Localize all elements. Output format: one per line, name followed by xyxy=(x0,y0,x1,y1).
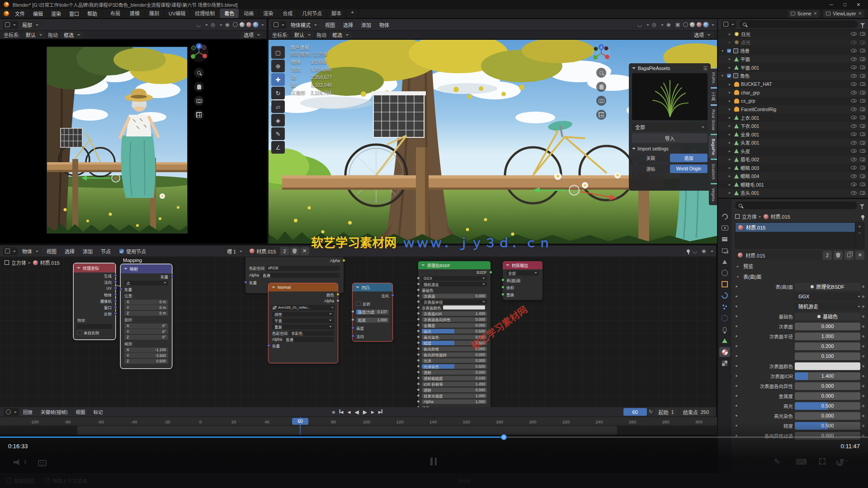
node-input-row[interactable]: 矢量 xyxy=(121,286,172,292)
sidebar-tab[interactable]: PUPA xyxy=(709,69,717,87)
render-visibility-icon[interactable] xyxy=(860,82,865,86)
breadcrumb-object[interactable]: 立方体 xyxy=(11,259,26,266)
node-output-row[interactable]: 矢量 xyxy=(121,273,172,280)
input-socket[interactable] xyxy=(417,335,420,338)
outliner-row[interactable]: ▸ FaceitControlRig xyxy=(718,105,868,114)
outliner-row[interactable]: ▸ 眉毛.002 xyxy=(718,155,868,164)
tool-button[interactable]: ▢ xyxy=(271,46,285,59)
bsdf-input-row[interactable]: 各向异性旋转 0.000 xyxy=(418,352,491,357)
close-button[interactable]: ✕ xyxy=(853,2,864,7)
outliner-row[interactable]: ▾ 角色 xyxy=(718,72,868,80)
hide-eye-icon[interactable] xyxy=(851,91,857,94)
jump-to-end-button[interactable]: ▶ xyxy=(378,409,382,414)
node-input-row[interactable]: 置换 xyxy=(503,291,542,298)
copy-button[interactable] xyxy=(844,251,854,260)
render-visibility-icon[interactable] xyxy=(860,183,865,186)
left-axis-gizmo[interactable]: Z xyxy=(189,42,209,62)
node-input-row[interactable]: 表(曲)面 xyxy=(503,277,542,284)
hide-eye-icon[interactable] xyxy=(851,32,857,36)
node-value-row[interactable]: 距离1.000 xyxy=(353,316,392,324)
workspace-tab[interactable]: 脚本 xyxy=(327,9,346,18)
pin-icon[interactable] xyxy=(861,215,864,218)
outliner-type-button[interactable] xyxy=(721,20,736,28)
render-visibility-icon[interactable] xyxy=(860,66,865,69)
tool-button[interactable]: ◈ xyxy=(271,114,285,127)
options-dropdown[interactable]: 选项 xyxy=(241,31,263,38)
link-mode-option[interactable]: 追加 xyxy=(670,154,708,162)
axis-value-field[interactable]: Y0° xyxy=(124,329,168,334)
material-property-row[interactable]: 基础色 基础色 xyxy=(735,312,864,321)
settings-collapse-icon[interactable] xyxy=(632,148,636,151)
property-value-widget[interactable]: 基础色 xyxy=(795,313,860,320)
input-socket[interactable] xyxy=(501,293,505,296)
bsdf-input-row[interactable]: 金属度 0.000 xyxy=(418,322,491,328)
overlays-icon[interactable]: ◉ xyxy=(223,21,231,29)
breadcrumb-object[interactable]: 立方体 xyxy=(742,213,757,220)
mode-dropdown[interactable]: 局部 xyxy=(19,21,42,29)
hide-eye-icon[interactable] xyxy=(851,141,857,145)
tool-button[interactable]: ✎ xyxy=(271,127,285,140)
perspective-toggle-icon[interactable] xyxy=(194,110,204,120)
output-socket[interactable] xyxy=(114,293,117,296)
tab-particles[interactable] xyxy=(719,302,730,312)
expand-arrow-icon[interactable]: ▸ xyxy=(727,57,732,61)
animate-dot[interactable] xyxy=(862,365,864,367)
node-input-row[interactable]: 矢量 xyxy=(269,343,338,349)
property-value-widget[interactable]: 0.500 xyxy=(795,402,860,410)
axis-value-field[interactable]: Z0 m xyxy=(124,311,168,316)
input-socket[interactable] xyxy=(417,329,420,333)
object-field[interactable] xyxy=(76,324,113,329)
bsdf-input-row[interactable]: 次表面颜色 xyxy=(418,305,491,310)
menu-item[interactable]: 编辑 xyxy=(29,10,47,17)
render-visibility-icon[interactable] xyxy=(860,116,865,119)
bsdf-input-row[interactable]: 次表面各向异性 0.000 xyxy=(418,316,491,322)
hide-eye-icon[interactable] xyxy=(851,191,857,195)
camera-view-body[interactable]: Z xyxy=(0,40,267,244)
jump-to-start-button[interactable]: ◀ xyxy=(340,409,344,414)
orientation-dropdown[interactable]: 默认 xyxy=(291,31,314,38)
outliner-row[interactable]: ▸ 平面.001 xyxy=(718,63,868,72)
properties-filter-icon[interactable] xyxy=(860,204,864,207)
input-socket[interactable] xyxy=(417,294,420,297)
notes-button[interactable] xyxy=(38,460,47,466)
input-socket[interactable] xyxy=(417,347,420,350)
playhead-frame-label[interactable]: 60 xyxy=(292,418,308,425)
input-socket[interactable] xyxy=(501,278,505,282)
mode-dropdown[interactable]: 物体模式 xyxy=(288,21,320,29)
expand-arrow-icon[interactable]: ▸ xyxy=(727,107,732,111)
tool-button[interactable]: ⊕ xyxy=(271,60,285,72)
node-output-row[interactable]: 颜色 xyxy=(269,291,338,298)
asset-category-dropdown[interactable]: 全部 xyxy=(632,122,708,131)
image-setting-row[interactable]: 色彩空间非彩色 xyxy=(269,330,338,336)
player-progress-track[interactable] xyxy=(0,436,868,438)
bsdf-input-row[interactable]: 透射 0.000 xyxy=(418,369,491,375)
bsdf-input-row[interactable]: 次表面半径 xyxy=(418,299,491,305)
animate-dot[interactable] xyxy=(862,395,864,397)
output-target-row[interactable]: 全部 xyxy=(503,269,542,277)
shader-menu-item[interactable]: 添加 xyxy=(79,248,97,255)
tab-modifiers[interactable] xyxy=(719,291,730,300)
input-socket[interactable] xyxy=(417,394,420,397)
player-progress-knob[interactable] xyxy=(501,434,507,440)
use-nodes-checkbox[interactable] xyxy=(119,249,124,253)
axis-value-field[interactable]: Z0° xyxy=(124,335,168,340)
overlay-toggle-icon[interactable]: ◉ xyxy=(700,247,708,255)
material-property-row[interactable]: 高光染色 0.000 xyxy=(735,411,864,420)
node-output-row[interactable]: BSDF xyxy=(418,269,491,275)
property-value-widget[interactable]: 0.000 xyxy=(795,432,860,440)
expand-arrow-icon[interactable]: ▾ xyxy=(720,74,725,78)
node-bump[interactable]: 凹凸 法向 反转 强度/力度0.137 距离1.000 高度法向 xyxy=(353,283,392,341)
input-socket[interactable] xyxy=(417,282,420,286)
menu-item[interactable]: 渲染 xyxy=(47,10,65,17)
more-menu-button[interactable]: ⋯ xyxy=(840,455,848,465)
node-output-row[interactable]: 生成 xyxy=(74,272,115,279)
add-slot-button[interactable]: + xyxy=(858,224,861,229)
node-output-row[interactable]: 法向 xyxy=(74,279,115,285)
outliner-row[interactable]: ▸ char_grp xyxy=(718,89,868,97)
blender-menu-icon[interactable] xyxy=(4,11,9,16)
expand-arrow-icon[interactable]: ▸ xyxy=(727,90,732,94)
render-visibility-icon[interactable] xyxy=(860,149,865,153)
animate-dot[interactable] xyxy=(862,335,864,338)
material-property-row[interactable]: 0.200 xyxy=(735,342,864,351)
breadcrumb-material[interactable]: 材质.015 xyxy=(771,213,790,220)
